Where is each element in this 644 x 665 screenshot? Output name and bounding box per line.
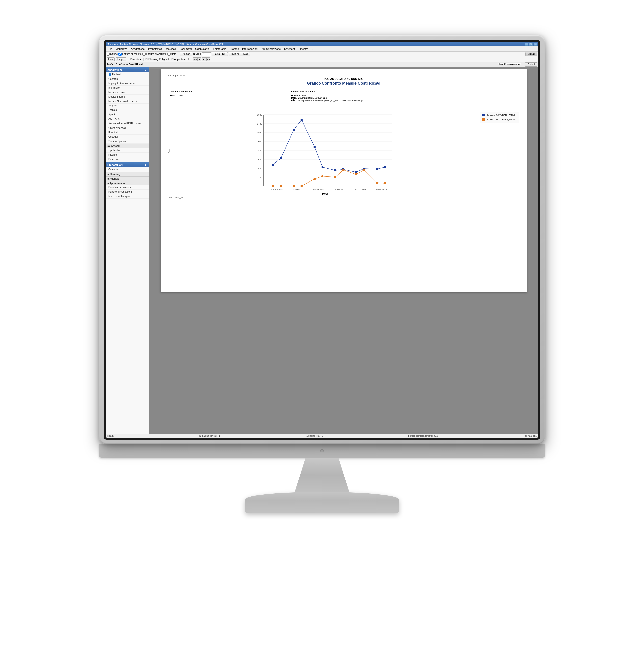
agenda-menu-btn[interactable]: ☐ Agenda <box>159 58 170 61</box>
svg-text:1000: 1000 <box>257 140 262 143</box>
sidebar-item-impiegato[interactable]: Impiegato Amministrativo <box>106 81 149 86</box>
menu-help[interactable]: ? <box>310 47 315 51</box>
sidebar-item-medico-spec[interactable]: Medico Specialista Esterno <box>106 99 149 103</box>
menu-odontoiatria[interactable]: Odontoiatria <box>194 47 211 51</box>
svg-rect-29 <box>376 168 378 170</box>
chiudi-btn[interactable]: Chiudi <box>525 52 537 56</box>
sidebar-planning-header: ■ Planning <box>106 172 149 176</box>
check-offerte[interactable]: Offerte <box>107 53 118 56</box>
modifica-selezione-btn[interactable]: Modifica selezione <box>498 63 522 66</box>
menu-fisioterapia[interactable]: Fisioterapia <box>211 47 228 51</box>
menu-anagrafiche[interactable]: Anagrafiche <box>129 47 146 51</box>
menu-amministrazione[interactable]: Amministrazione <box>260 47 282 51</box>
nav-next-btn[interactable]: ► <box>202 57 206 61</box>
anno-value: 2020 <box>179 94 184 97</box>
planning-menu-btn[interactable]: ☐ Planning <box>146 58 158 61</box>
sidebar-prenotazioni-header[interactable]: Prenotazioni ▶ <box>106 163 149 167</box>
invia-email-btn[interactable]: Invia per E-Mail <box>229 52 250 56</box>
svg-text:11-NOVEMBRE: 11-NOVEMBRE <box>374 188 387 190</box>
sidebar-item-medico-interno[interactable]: Medico Interno <box>106 95 149 99</box>
svg-rect-24 <box>322 166 323 168</box>
maximize-btn[interactable]: □ <box>529 43 533 45</box>
menu-materiali[interactable]: Materiali <box>165 47 177 51</box>
pagina-corrente: N. pagina corrente: 1 <box>200 435 220 437</box>
offerte-checkbox[interactable] <box>107 53 110 56</box>
sidebar-item-agenti[interactable]: Agenti <box>106 112 149 117</box>
close-btn[interactable]: ✕ <box>533 43 537 45</box>
sidebar-item-risorse[interactable]: Risorse <box>106 153 149 157</box>
menu-file[interactable]: File <box>107 47 114 51</box>
svg-text:02-FEBBRAIO: 02-FEBBRAIO <box>271 190 283 191</box>
note-checkbox[interactable] <box>167 53 171 56</box>
fatture-acquisto-checkbox[interactable] <box>143 53 146 56</box>
pazienti-dropdown[interactable]: Pazienti ▼ <box>130 58 142 61</box>
svg-text:10-OTTOBRE: 10-OTTOBRE <box>354 190 366 191</box>
legend-passive-color <box>482 118 485 121</box>
minimize-btn[interactable]: ─ <box>525 43 528 45</box>
menu-visualizza[interactable]: Visualizza <box>114 47 129 51</box>
report-container: Report principale POLIAMBULATORIO UNO SR… <box>160 69 527 292</box>
sidebar-item-societa[interactable]: Società Sportive <box>106 139 149 144</box>
sidebar-item-tecnico[interactable]: Tecnico <box>106 108 149 112</box>
menu-stampe[interactable]: Stampe <box>228 47 240 51</box>
sidebar-item-fornitori[interactable]: Fornitori <box>106 130 149 135</box>
status-left: Ready <box>108 435 114 437</box>
sidebar-item-pacchetti[interactable]: Pacchetti Prestazioni <box>106 190 149 194</box>
sidebar-item-contatto[interactable]: Contatto <box>106 77 149 81</box>
check-fatture-vendita[interactable]: Fatture di Vendita <box>118 53 141 56</box>
data-ora-row: Data / Ora stampa: 21/12/2020 12:04 <box>291 97 518 99</box>
sidebar-item-calendari[interactable]: Calendari <box>106 167 149 172</box>
sidebar-item-tipi-tariffa[interactable]: Tipi Tariffa <box>106 148 149 153</box>
nav-arrows: ◄◄ ◄ ► ►► <box>193 57 210 61</box>
sidebar-anagrafiche-header[interactable]: Anagrafiche ◄ <box>106 68 149 72</box>
check-note[interactable]: Note <box>167 53 176 56</box>
report-title: Grafico Confronto Mensile Costi Ricavi <box>168 81 519 86</box>
sidebar-item-pazienti[interactable]: 👤 Pazienti <box>106 72 149 77</box>
sidebar-item-asl[interactable]: ASL / ASO <box>106 117 149 121</box>
help-btn[interactable]: Help... <box>116 57 126 61</box>
salva-pdf-btn[interactable]: Salva PDF <box>211 52 228 56</box>
inner-close-btn[interactable]: Chiudi <box>525 62 537 66</box>
nav-last-btn[interactable]: ►► <box>206 57 210 61</box>
sidebar-item-stagiste[interactable]: Stagiste <box>106 103 149 108</box>
window-title: MedMaker - Medical Resource Planning - P… <box>107 43 223 45</box>
menu-prenotazioni[interactable]: Prenotazioni <box>147 47 164 51</box>
pagine-totali: N. pagine totali: 1 <box>305 435 323 437</box>
svg-text:01-GENNAIO: 01-GENNAIO <box>271 188 283 190</box>
legend-passive: Somma di FATTURATO_PASSIVO <box>482 118 517 121</box>
menu-documenti[interactable]: Documenti <box>178 47 193 51</box>
svg-text:400: 400 <box>258 167 262 170</box>
report-info-section: Parametri di selezione Anno 2020 Informa… <box>168 89 519 103</box>
pagina-n: Pagina 1 di 1 <box>523 435 536 437</box>
sidebar-item-ospedali[interactable]: Ospedali <box>106 135 149 139</box>
monitor-outer: MedMaker - Medical Resource Planning - P… <box>87 35 557 630</box>
menu-strumenti[interactable]: Strumenti <box>283 47 297 51</box>
sidebar-item-infermiere[interactable]: Infermiere <box>106 86 149 90</box>
svg-text:09-SETTEMBRE: 09-SETTEMBRE <box>353 188 367 190</box>
appuntamenti-menu-btn[interactable]: ☐ Appuntamenti <box>171 58 189 61</box>
menu-finestre[interactable]: Finestre <box>297 47 309 51</box>
svg-rect-42 <box>384 182 386 184</box>
menu-interrogazioni[interactable]: Interrogazioni <box>241 47 260 51</box>
info-section-title: Informazioni di stampa <box>291 90 518 93</box>
svg-rect-23 <box>314 146 316 148</box>
ncopie-input[interactable] <box>202 52 211 56</box>
sidebar-item-procedure[interactable]: Procedure <box>106 157 149 162</box>
stampa-btn[interactable]: Stampa <box>179 52 192 56</box>
svg-rect-32 <box>280 185 282 187</box>
sidebar-item-assicurazioni[interactable]: Assicurazioni ed ENTI conven... <box>106 121 149 126</box>
sidebar-item-clienti[interactable]: Clienti aziendali <box>106 126 149 130</box>
inner-title: Grafico Confronto Costi Ricavi <box>107 63 497 66</box>
monitor-bezel: MedMaker - Medical Resource Planning - P… <box>99 35 545 444</box>
nav-first-btn[interactable]: ◄◄ <box>193 57 197 61</box>
sidebar-item-interventi[interactable]: Interventi Chirurgici <box>106 194 149 198</box>
legend-active-label: Somma di FATTURATO_ATTIVO <box>487 114 516 116</box>
sidebar-item-pianifica[interactable]: Pianifica Prestazione <box>106 185 149 190</box>
utente-value: ADMIN <box>299 94 306 97</box>
nav-prev-btn[interactable]: ◄ <box>197 57 201 61</box>
svg-text:1200: 1200 <box>257 132 262 134</box>
sidebar-item-medico-base[interactable]: Medico di Base <box>106 90 149 95</box>
fatture-vendita-checkbox[interactable] <box>118 53 121 56</box>
check-fatture-acquisto[interactable]: Fatture di Acquisto <box>143 53 167 56</box>
esci-btn[interactable]: Esci <box>107 57 115 61</box>
